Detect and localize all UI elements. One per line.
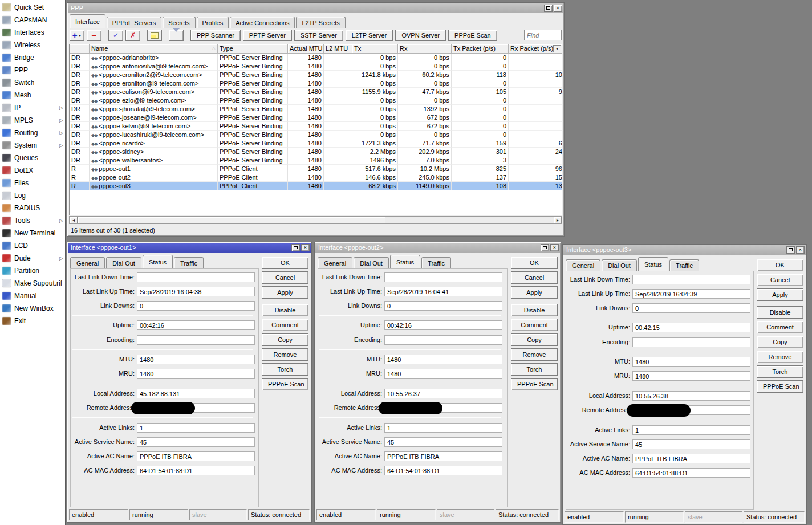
apply-button[interactable]: Apply [511, 286, 558, 299]
column-header-l2-mtu[interactable]: L2 MTU [324, 44, 352, 54]
sidebar-item-dude[interactable]: Dude ▷ [0, 252, 65, 264]
disable-button[interactable]: Disable [262, 304, 308, 316]
sidebar-item-exit[interactable]: Exit ▷ [0, 315, 65, 327]
scrollbar-thumb[interactable] [78, 217, 385, 223]
table-row-pppoe-joseane-i9-telecom-com[interactable]: DR◆◆<pppoe-joseane@i9-telecom.com>PPPoE … [70, 113, 562, 122]
horizontal-scrollbar[interactable]: ◄ ► [69, 216, 562, 224]
column-header-tx[interactable]: Tx [352, 44, 398, 54]
sidebar-item-mesh[interactable]: Mesh ▷ [0, 89, 65, 101]
ac_mac_address-field[interactable] [632, 468, 750, 478]
ppp-tab-profiles[interactable]: Profiles [197, 17, 229, 28]
filter-button[interactable] [169, 30, 184, 41]
sidebar-item-partition[interactable]: Partition ▷ [0, 264, 65, 277]
link_downs-field[interactable] [632, 303, 750, 313]
mtu-field[interactable] [632, 357, 750, 367]
pppoe-scan-button[interactable]: PPPoE Scan [262, 378, 308, 390]
dialog3-tab-traffic[interactable]: Traffic [669, 259, 699, 271]
sidebar-item-capsman[interactable]: CAPsMAN ▷ [0, 14, 65, 26]
copy-button[interactable]: Copy [262, 333, 308, 346]
column-header-flags[interactable] [70, 44, 90, 54]
close-button[interactable]: × [554, 5, 562, 12]
ppp-tab-interface[interactable]: Interface [70, 14, 105, 28]
pppoe-scan-button[interactable]: PPPoE Scan [448, 30, 497, 41]
table-row-pppoe-jhonata-i9-telecom-com[interactable]: DR◆◆<pppoe-jhonata@i9-telecom.com>PPPoE … [70, 105, 562, 113]
active_ac_name-field[interactable] [384, 451, 502, 461]
sidebar-item-ppp[interactable]: PPP ▷ [0, 64, 65, 76]
cancel-button[interactable]: Cancel [511, 271, 558, 284]
uptime-field[interactable] [384, 320, 502, 330]
cancel-button[interactable]: Cancel [262, 271, 308, 284]
dialog1-tab-traffic[interactable]: Traffic [174, 257, 204, 268]
table-row-pppoe-out3[interactable]: R◆◆pppoe-out3PPPoE Client148068.2 kbps11… [70, 182, 562, 190]
column-header-tx-packet-p-s[interactable]: Tx Packet (p/s) [452, 44, 509, 54]
sidebar-item-ip[interactable]: IP ▷ [0, 101, 65, 114]
table-row-pppoe-kelvin-i9-telecom-com[interactable]: DR◆◆<pppoe-kelvin@i9-telecom.com>PPPoE S… [70, 122, 562, 131]
last_link_up_time-field[interactable] [137, 287, 255, 296]
sidebar-item-routing[interactable]: Routing ▷ [0, 127, 65, 139]
table-row-pppoe-eulison-i9-telecom-com[interactable]: DR◆◆<pppoe-eulison@i9-telecom.com>PPPoE … [70, 88, 562, 96]
encoding-field[interactable] [632, 337, 750, 347]
torch-button[interactable]: Torch [511, 363, 558, 376]
comment-button[interactable]: Comment [262, 319, 308, 331]
sidebar-item-switch[interactable]: Switch ▷ [0, 76, 65, 89]
comment-button[interactable] [147, 30, 162, 41]
dialog3-tab-general[interactable]: General [566, 259, 600, 271]
sidebar-item-manual[interactable]: Manual ▷ [0, 290, 65, 302]
table-row-pppoe-ricardo[interactable]: DR◆◆<pppoe-ricardo>PPPoE Server Binding1… [70, 139, 562, 148]
pppoe-scan-button[interactable]: PPPoE Scan [757, 380, 803, 393]
uptime-field[interactable] [632, 323, 750, 332]
ppp-tab-pppoe-servers[interactable]: PPPoE Servers [107, 17, 161, 28]
comment-button[interactable]: Comment [757, 321, 803, 333]
last_link_down_time-field[interactable] [384, 272, 502, 282]
ac_mac_address-field[interactable] [137, 466, 255, 475]
last_link_down_time-field[interactable] [632, 275, 750, 284]
ac_mac_address-field[interactable] [384, 466, 502, 475]
active_ac_name-field[interactable] [137, 451, 255, 461]
mru-field[interactable] [137, 369, 255, 379]
ppp-window-titlebar[interactable]: PPP × [68, 3, 563, 13]
sidebar-item-files[interactable]: Files ▷ [0, 177, 65, 189]
disable-button[interactable]: Disable [511, 304, 558, 316]
dialog2-tab-traffic[interactable]: Traffic [421, 257, 451, 268]
ok-button[interactable]: OK [511, 257, 558, 269]
last_link_up_time-field[interactable] [632, 289, 750, 299]
column-header-rx[interactable]: Rx [398, 44, 452, 54]
dialog1-tab-general[interactable]: General [70, 257, 105, 268]
local_address-field[interactable] [137, 389, 255, 398]
dialog3-tab-dial-out[interactable]: Dial Out [602, 259, 637, 271]
scroll-right-icon[interactable]: ► [554, 217, 562, 223]
comment-button[interactable]: Comment [511, 319, 558, 331]
sidebar-item-system[interactable]: System ▷ [0, 139, 65, 152]
table-row-pppoe-eronilton-i9-telecom-com[interactable]: DR◆◆<pppoe-eronilton@i9-telecom.com>PPPo… [70, 79, 562, 88]
mru-field[interactable] [384, 369, 502, 379]
link_downs-field[interactable] [384, 301, 502, 311]
active_service_name-field[interactable] [137, 437, 255, 447]
remove-button[interactable]: Remove [511, 348, 558, 361]
remove-button[interactable]: − [87, 30, 102, 41]
copy-button[interactable]: Copy [511, 333, 558, 346]
sidebar-item-quick-set[interactable]: Quick Set ▷ [0, 1, 65, 14]
column-menu-button[interactable]: ▼ [553, 45, 561, 52]
sidebar-item-bridge[interactable]: Bridge ▷ [0, 51, 65, 64]
table-row-pppoe-antoniosilva-i9-telecom-com[interactable]: DR◆◆<pppoe-antoniosilva@i9-telecom.com>P… [70, 62, 562, 71]
dialog1-tab-dial-out[interactable]: Dial Out [106, 257, 141, 268]
ok-button[interactable]: OK [757, 259, 803, 271]
dialog3-tab-status[interactable]: Status [638, 257, 668, 271]
scroll-left-icon[interactable]: ◄ [70, 217, 78, 223]
ok-button[interactable]: OK [262, 257, 308, 269]
ppp-scanner-button[interactable]: PPP Scanner [190, 30, 241, 41]
local_address-field[interactable] [384, 389, 502, 398]
disable-button[interactable]: Disable [757, 306, 803, 319]
cancel-button[interactable]: Cancel [757, 274, 803, 286]
active_service_name-field[interactable] [384, 437, 502, 447]
active_links-field[interactable] [632, 425, 750, 435]
dialog1-tab-status[interactable]: Status [143, 255, 173, 268]
sidebar-item-interfaces[interactable]: Interfaces ▷ [0, 26, 65, 39]
mtu-field[interactable] [384, 355, 502, 364]
active_ac_name-field[interactable] [632, 454, 750, 463]
ppp-tab-l2tp-secrets[interactable]: L2TP Secrets [296, 17, 345, 28]
sidebar-item-log[interactable]: Log ▷ [0, 189, 65, 202]
ppp-tab-secrets[interactable]: Secrets [163, 17, 195, 28]
mru-field[interactable] [632, 371, 750, 381]
table-row-pppoe-out1[interactable]: R◆◆pppoe-out1PPPoE Client1480517.6 kbps1… [70, 165, 562, 173]
